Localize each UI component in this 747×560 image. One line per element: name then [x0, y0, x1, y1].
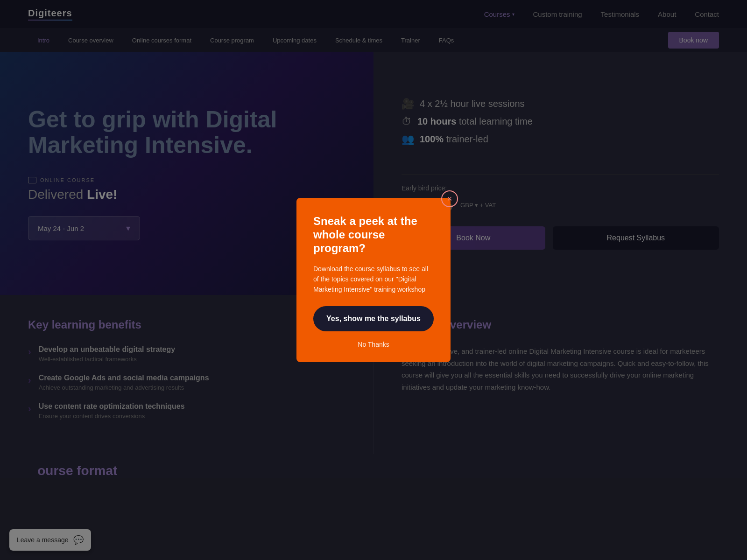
modal: × Sneak a peek at the whole course progr…: [296, 198, 451, 362]
modal-no-thanks-link[interactable]: No Thanks: [313, 341, 434, 348]
modal-overlay: × Sneak a peek at the whole course progr…: [0, 0, 747, 560]
modal-close-button[interactable]: ×: [441, 190, 458, 207]
modal-title: Sneak a peek at the whole course program…: [313, 215, 434, 255]
modal-cta-button[interactable]: Yes, show me the syllabus: [313, 306, 434, 331]
modal-description: Download the course syllabus to see all …: [313, 264, 434, 295]
